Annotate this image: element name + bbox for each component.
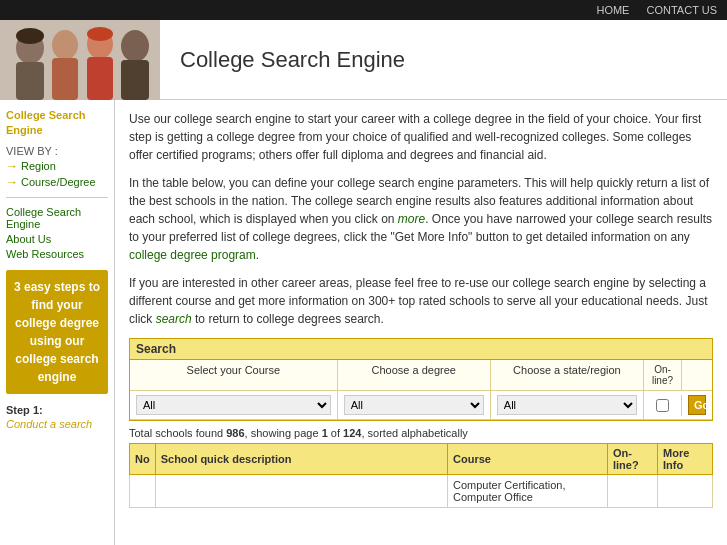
site-title: College Search Engine: [160, 47, 405, 73]
svg-point-3: [52, 30, 78, 60]
intro-paragraph-1: Use our college search engine to start y…: [129, 110, 713, 164]
site-header: College Search Engine: [0, 20, 727, 100]
state-select[interactable]: All: [497, 395, 637, 415]
cell-no: [130, 475, 156, 508]
results-summary: Total schools found 986, showing page 1 …: [129, 427, 713, 439]
svg-point-7: [121, 30, 149, 62]
search-header-label: Search: [130, 339, 712, 360]
go-button[interactable]: Go: [688, 395, 706, 415]
arrow-icon-2: →: [6, 175, 18, 189]
total-pages: 124: [343, 427, 361, 439]
sidebar: College Search Engine VIEW BY : → Region…: [0, 100, 115, 545]
course-col-label: Select your Course: [130, 360, 338, 390]
col-online: On-line?: [608, 444, 658, 475]
go-col-label: [682, 360, 712, 390]
online-checkbox-cell: [644, 395, 682, 416]
cell-school: [155, 475, 447, 508]
results-table: No School quick description Course On-li…: [129, 443, 713, 508]
course-degree-link[interactable]: → Course/Degree: [6, 175, 108, 189]
sidebar-divider-1: [6, 197, 108, 198]
state-select-cell: All: [491, 391, 644, 419]
header-people-image: [0, 20, 160, 100]
main-content: Use our college search engine to start y…: [115, 100, 727, 545]
svg-rect-4: [52, 58, 78, 100]
intro-paragraph-2: In the table below, you can define your …: [129, 174, 713, 264]
go-button-cell: Go: [682, 391, 712, 419]
cell-moreinfo: [658, 475, 713, 508]
results-count: 986: [226, 427, 244, 439]
header-photo: [0, 20, 160, 100]
home-link[interactable]: HOME: [596, 4, 629, 16]
step1-title: Step 1:: [6, 404, 108, 416]
svg-point-10: [87, 27, 113, 41]
main-layout: College Search Engine VIEW BY : → Region…: [0, 100, 727, 545]
contact-link[interactable]: CONTACT US: [647, 4, 718, 16]
cell-online: [608, 475, 658, 508]
table-header-row: No School quick description Course On-li…: [130, 444, 713, 475]
top-navigation: HOME CONTACT US: [0, 0, 727, 20]
sidebar-step1: Step 1: Conduct a search: [6, 404, 108, 430]
col-course: Course: [448, 444, 608, 475]
degree-select[interactable]: All: [344, 395, 484, 415]
search-input-row: All All All: [130, 391, 712, 420]
conduct-search-link[interactable]: Conduct a search: [6, 418, 92, 430]
svg-rect-2: [16, 62, 44, 100]
online-col-label: On-line?: [644, 360, 682, 390]
col-moreinfo: More Info: [658, 444, 713, 475]
svg-point-9: [16, 28, 44, 44]
web-resources-link[interactable]: Web Resources: [6, 248, 108, 260]
col-no: No: [130, 444, 156, 475]
intro-paragraph-3: If you are interested in other career ar…: [129, 274, 713, 328]
course-select-cell: All: [130, 391, 338, 419]
view-by-label: VIEW BY :: [6, 145, 108, 157]
search-link[interactable]: search: [156, 312, 192, 326]
sidebar-main-link[interactable]: College Search Engine: [6, 108, 108, 139]
more-link[interactable]: more: [398, 212, 425, 226]
degree-col-label: Choose a degree: [338, 360, 491, 390]
cell-course: Computer Certification, Computer Office: [448, 475, 608, 508]
col-school: School quick description: [155, 444, 447, 475]
search-section: Search Select your Course Choose a degre…: [129, 338, 713, 421]
svg-rect-6: [87, 57, 113, 100]
degree-select-cell: All: [338, 391, 491, 419]
about-us-link[interactable]: About Us: [6, 233, 108, 245]
region-link[interactable]: → Region: [6, 159, 108, 173]
online-checkbox[interactable]: [656, 399, 669, 412]
search-label-row: Select your Course Choose a degree Choos…: [130, 360, 712, 391]
college-search-engine-link[interactable]: College Search Engine: [6, 206, 108, 230]
table-row: Computer Certification, Computer Office: [130, 475, 713, 508]
state-col-label: Choose a state/region: [491, 360, 644, 390]
arrow-icon: →: [6, 159, 18, 173]
course-select[interactable]: All: [136, 395, 331, 415]
svg-rect-8: [121, 60, 149, 100]
college-degree-program-link[interactable]: college degree program: [129, 248, 256, 262]
sidebar-cta: 3 easy steps to find your college degree…: [6, 270, 108, 394]
